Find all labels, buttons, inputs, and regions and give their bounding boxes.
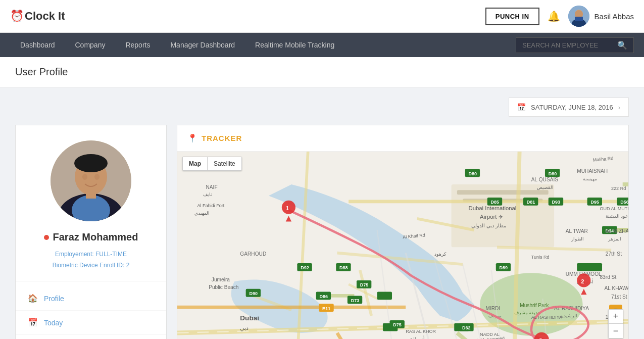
svg-text:MUHAISNAH: MUHAISNAH (577, 168, 608, 174)
tracker-header: 📍 TRACKER (177, 125, 628, 152)
svg-text:الرشيدية: الرشيدية (560, 313, 577, 319)
tracker-title: TRACKER (202, 134, 242, 142)
svg-text:NAIF: NAIF (206, 184, 218, 190)
svg-text:D73: D73 (351, 298, 360, 303)
svg-text:1: 1 (286, 205, 289, 211)
svg-text:E11: E11 (322, 306, 330, 311)
svg-text:المزهر: المزهر (608, 236, 621, 242)
svg-text:كرهود: كرهود (434, 252, 447, 257)
svg-text:AL KHAWA: AL KHAWA (605, 285, 628, 291)
content-area: 📅 SATURDAY, JUNE 18, 2016 › (0, 87, 644, 339)
header-right: PUNCH IN 🔔 Basil Abbas (485, 6, 634, 27)
svg-text:D95: D95 (590, 200, 599, 205)
zoom-in-button[interactable]: + (609, 310, 623, 324)
logo-clock-icon: ⏰ (10, 10, 24, 23)
svg-text:D92: D92 (301, 265, 309, 270)
date-chevron-icon: › (618, 104, 620, 111)
employment-label: Employement: FULL-TIME (26, 249, 156, 260)
svg-text:Dubai: Dubai (240, 314, 259, 322)
sidebar-nav: 🏠 Profile 📅 Today (16, 281, 166, 339)
svg-text:NADD AL: NADD AL (480, 332, 500, 337)
svg-text:المهيدي: المهيدي (194, 211, 210, 216)
main-nav: Dashboard Company Reports Manager Dashbo… (0, 33, 644, 57)
svg-point-11 (82, 174, 87, 180)
nav-item-manager-dashboard[interactable]: Manager Dashboard (160, 33, 245, 57)
svg-text:AL QUSAIS: AL QUSAIS (531, 177, 558, 182)
svg-text:D81: D81 (527, 200, 535, 205)
svg-rect-4 (575, 17, 583, 21)
svg-text:D85: D85 (491, 200, 500, 205)
svg-text:AL RASHIDIYA: AL RASHIDIYA (531, 315, 562, 320)
map-container: Mushrif Park حديقة مشرف Dubai Internatio… (177, 152, 628, 339)
logo-text: Clock It (25, 10, 65, 23)
page-title-bar: User Profile (0, 57, 644, 87)
svg-text:Airport ✈: Airport ✈ (480, 214, 503, 220)
svg-point-10 (74, 154, 108, 172)
calendar-icon: 📅 (517, 103, 526, 111)
svg-text:71st St: 71st St (611, 294, 627, 300)
profile-name: Faraz Mohammed (26, 231, 156, 243)
svg-text:AL TWAR: AL TWAR (566, 228, 588, 234)
svg-text:27th St: 27th St (606, 251, 622, 257)
right-panel: 📍 TRACKER Mushrif Park حديقة م (177, 125, 629, 339)
svg-text:D86: D86 (319, 294, 328, 299)
notification-bell-icon[interactable]: 🔔 (548, 10, 560, 22)
svg-text:D56: D56 (620, 200, 628, 205)
svg-text:D75: D75 (393, 322, 402, 327)
nav-item-reports[interactable]: Reports (115, 33, 160, 57)
biometric-label: Biometric Device Enroll ID: 2 (26, 260, 156, 271)
svg-text:RAS AL KHOR: RAS AL KHOR (406, 329, 436, 334)
profile-meta: Employement: FULL-TIME Biometric Device … (26, 249, 156, 271)
svg-text:Dubai International: Dubai International (468, 205, 516, 211)
date-label: SATURDAY, JUNE 18, 2016 (531, 104, 613, 111)
search-icon[interactable]: 🔍 (617, 40, 627, 50)
svg-text:MIRDI: MIRDI (485, 306, 500, 311)
punch-in-button[interactable]: PUNCH IN (485, 8, 539, 25)
svg-text:رأس الخور: رأس الخور (405, 335, 427, 339)
svg-text:Jumeira: Jumeira (212, 277, 230, 282)
svg-rect-76 (377, 292, 392, 300)
profile-name-text: Faraz Mohammed (53, 231, 138, 243)
svg-text:مهيسنة: مهيسنة (583, 176, 597, 182)
sidebar-item-profile[interactable]: 🏠 Profile (16, 286, 166, 311)
svg-text:مطار دبي الدولي: مطار دبي الدولي (471, 223, 506, 229)
svg-text:عود الميتينة: عود الميتينة (606, 214, 628, 219)
svg-text:القصيص: القصيص (537, 185, 554, 190)
map-view-button[interactable]: Map (183, 157, 208, 170)
nav-item-realtime-tracking[interactable]: Realtime Mobile Tracking (245, 33, 344, 57)
svg-text:D80: D80 (549, 171, 557, 176)
app-logo: ⏰ Clock It (10, 10, 65, 23)
svg-text:Al Fahidi Fort: Al Fahidi Fort (197, 203, 225, 208)
calendar-nav-icon: 📅 (28, 318, 38, 327)
map-zoom-controls: + − (608, 309, 623, 338)
date-bar: 📅 SATURDAY, JUNE 18, 2016 › (15, 98, 629, 117)
svg-text:D62: D62 (462, 325, 471, 330)
user-name-label: Basil Abbas (595, 12, 634, 21)
status-dot (44, 235, 49, 240)
nav-item-dashboard[interactable]: Dashboard (10, 33, 65, 57)
svg-text:OUD AL MUTEENA: OUD AL MUTEENA (600, 206, 628, 211)
user-info[interactable]: Basil Abbas (568, 6, 634, 27)
svg-rect-21 (457, 190, 549, 195)
sidebar-item-today[interactable]: 📅 Today (16, 311, 166, 335)
profile-avatar (51, 140, 131, 221)
svg-text:Public Beach: Public Beach (209, 284, 238, 290)
svg-text:Mushrif Park: Mushrif Park (520, 303, 549, 308)
date-widget[interactable]: 📅 SATURDAY, JUNE 18, 2016 › (509, 98, 629, 117)
svg-text:D80: D80 (468, 171, 477, 176)
svg-text:نايف: نايف (203, 192, 212, 197)
svg-rect-102 (587, 263, 602, 271)
pin-icon: 📍 (187, 133, 197, 143)
satellite-view-button[interactable]: Satellite (208, 157, 241, 170)
svg-text:GARHOUD: GARHOUD (240, 251, 266, 257)
user-avatar (568, 6, 589, 27)
left-panel: Faraz Mohammed Employement: FULL-TIME Bi… (15, 125, 167, 339)
svg-text:D75: D75 (360, 282, 369, 287)
svg-text:الطوار: الطوار (571, 236, 584, 242)
profile-section: Faraz Mohammed Employement: FULL-TIME Bi… (16, 125, 166, 281)
zoom-out-button[interactable]: − (609, 324, 623, 338)
search-input[interactable] (522, 41, 613, 49)
main-grid: Faraz Mohammed Employement: FULL-TIME Bi… (15, 125, 629, 339)
svg-text:Tunis Rd: Tunis Rd (531, 255, 550, 260)
nav-item-company[interactable]: Company (65, 33, 116, 57)
